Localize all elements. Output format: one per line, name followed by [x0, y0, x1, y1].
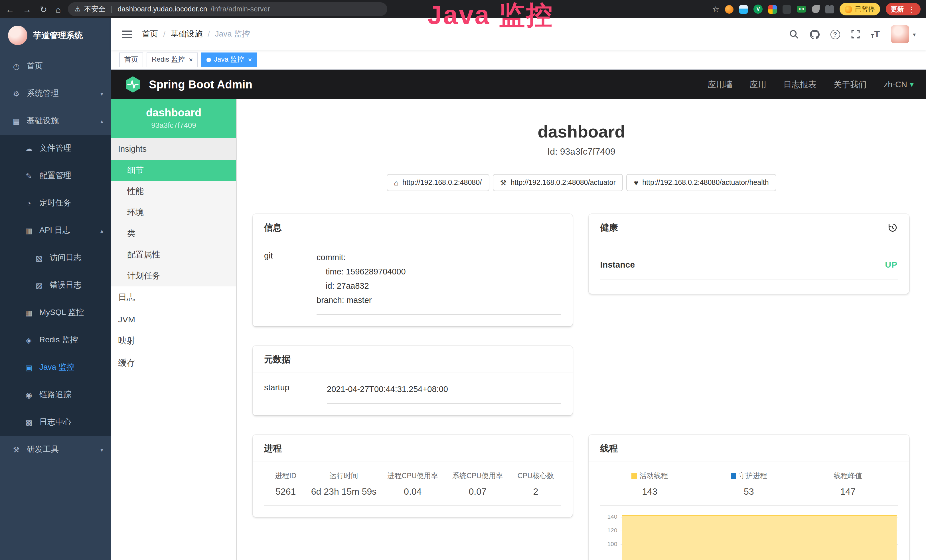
url-host: dashboard.yudao.iocoder.cn	[118, 5, 207, 13]
sidebar-item-api-logs[interactable]: ▥ API 日志 ▴	[0, 217, 111, 244]
sidebar-item-infrastructure[interactable]: ▤ 基础设施 ▴	[0, 107, 111, 135]
active-threads-value: 143	[600, 487, 699, 497]
sidebar-item-jvm[interactable]: JVM	[111, 309, 236, 330]
sba-brand[interactable]: Spring Boot Admin	[149, 78, 253, 91]
history-icon[interactable]	[887, 222, 897, 233]
sba-nav-journal[interactable]: 日志报表	[784, 79, 817, 90]
sidebar-item-label: 首页	[27, 61, 43, 71]
cpu-cores-value: 2	[510, 487, 561, 497]
process-card-title: 进程	[253, 435, 573, 462]
service-url-button[interactable]: ⌂ http://192.168.0.2:48080/	[386, 174, 489, 191]
process-cpu-value: 0.04	[380, 487, 445, 497]
sidebar-item-file-management[interactable]: ☁ 文件管理	[0, 135, 111, 162]
active-threads-legend-icon	[631, 473, 637, 479]
tag-label: Redis 监控	[152, 55, 185, 65]
update-button[interactable]: 更新 ⋮	[885, 3, 920, 15]
fullscreen-icon[interactable]	[850, 29, 860, 39]
sidebar-item-performance[interactable]: 性能	[111, 181, 236, 202]
sidebar-item-mappings[interactable]: 映射	[111, 330, 236, 352]
app-logo-row: 芋道管理系统	[0, 18, 111, 53]
api-log-icon: ▥	[24, 226, 34, 235]
search-icon[interactable]	[788, 29, 799, 39]
top-navbar: 首页 / 基础设施 / Java 监控 ?	[111, 18, 926, 50]
back-icon[interactable]: ←	[6, 5, 14, 14]
process-table-values: 5261 6d 23h 15m 59s 0.04 0.07 2	[264, 481, 561, 506]
extensions-puzzle-icon[interactable]	[825, 5, 834, 14]
sidebar-item-scheduled-jobs[interactable]: ◔ 定时任务	[0, 189, 111, 217]
config-icon: ✎	[24, 171, 34, 180]
sba-logo-icon[interactable]	[124, 75, 142, 94]
tag-redis-monitor[interactable]: Redis 监控 ×	[147, 52, 198, 67]
extension-orange-icon[interactable]	[725, 5, 734, 14]
address-bar[interactable]: ⚠ 不安全 | dashboard.yudao.iocoder.cn/infra…	[68, 2, 387, 16]
sidebar-item-label: API 日志	[39, 226, 70, 236]
breadcrumb-infrastructure[interactable]: 基础设施	[171, 29, 203, 39]
sidebar-item-dev-tools[interactable]: ⚒ 研发工具 ▾	[0, 436, 111, 463]
close-icon[interactable]: ×	[189, 56, 193, 64]
sidebar-item-label: Java 监控	[39, 362, 74, 372]
close-icon[interactable]: ×	[248, 56, 252, 64]
sidebar-item-redis-monitor[interactable]: ◈ Redis 监控	[0, 326, 111, 354]
active-threads-area	[622, 515, 897, 560]
health-card: 健康 Instance UP	[589, 214, 909, 294]
sba-nav-wallboard[interactable]: 应用墙	[708, 79, 732, 90]
sidebar-item-trace[interactable]: ◉ 链路追踪	[0, 381, 111, 409]
github-icon[interactable]	[809, 29, 820, 40]
sba-nav-applications[interactable]: 应用	[750, 79, 766, 90]
extension-drop-icon[interactable]	[739, 5, 748, 14]
switch-on-extension-icon[interactable]: on	[797, 6, 806, 12]
tag-home[interactable]: 首页	[119, 52, 143, 67]
sidebar-item-error-logs[interactable]: ▨ 错误日志	[0, 272, 111, 299]
health-url-button[interactable]: ♥ http://192.168.0.2:48080/actuator/heal…	[626, 174, 776, 191]
help-icon[interactable]: ?	[830, 29, 840, 39]
sba-workspace: dashboard 93a3fc7f7409 Insights 细节 性能 环境…	[111, 99, 926, 560]
extension-grid-icon[interactable]	[768, 5, 777, 14]
actuator-url-button[interactable]: ⚒ http://192.168.0.2:48080/actuator	[493, 174, 623, 191]
instance-content: dashboard Id: 93a3fc7f7409 ⌂ http://192.…	[237, 99, 926, 560]
sidebar-item-label: MySQL 监控	[39, 307, 84, 318]
language-selector[interactable]: zh-CN ▾	[884, 80, 914, 89]
forward-icon[interactable]: →	[23, 5, 31, 14]
hamburger-icon[interactable]	[121, 29, 133, 40]
tag-java-monitor[interactable]: Java 监控 ×	[201, 52, 257, 67]
sidebar-item-classes[interactable]: 类	[111, 223, 236, 244]
sidebar-item-mysql-monitor[interactable]: ▦ MySQL 监控	[0, 299, 111, 326]
sidebar-item-scheduled-tasks[interactable]: 计划任务	[111, 265, 236, 286]
threads-table-headers: 活动线程 守护进程 线程峰值	[600, 471, 898, 481]
tag-label: Java 监控	[214, 55, 244, 65]
sidebar-item-environment[interactable]: 环境	[111, 202, 236, 223]
reload-icon[interactable]: ↻	[40, 5, 47, 14]
admin-menu: ◷ 首页 ⚙ 系统管理 ▾ ▤ 基础设施 ▴ ☁ 文件管理	[0, 53, 111, 560]
leaf-extension-icon[interactable]	[812, 5, 820, 13]
vue-devtools-icon[interactable]: V	[754, 5, 763, 14]
home-icon[interactable]: ⌂	[56, 5, 61, 14]
heart-icon: ♥	[634, 178, 638, 187]
extension-dark-icon[interactable]	[782, 5, 791, 14]
daemon-threads-value: 53	[699, 487, 799, 497]
breadcrumb-home[interactable]: 首页	[142, 29, 158, 39]
sidebar-item-config-management[interactable]: ✎ 配置管理	[0, 162, 111, 189]
sidebar-item-java-monitor[interactable]: ▣ Java 监控	[0, 354, 111, 381]
user-avatar-menu[interactable]: ▾	[891, 25, 916, 43]
sidebar-item-home[interactable]: ◷ 首页	[0, 53, 111, 80]
font-size-icon[interactable]: TT	[871, 29, 880, 39]
sidebar-item-caches[interactable]: 缓存	[111, 352, 236, 374]
sidebar-item-access-logs[interactable]: ▧ 访问日志	[0, 244, 111, 272]
instance-header: dashboard 93a3fc7f7409	[111, 99, 236, 138]
sidebar-item-label: Redis 监控	[39, 335, 78, 345]
sba-nav-about[interactable]: 关于我们	[834, 79, 867, 90]
sidebar-item-system-management[interactable]: ⚙ 系统管理 ▾	[0, 80, 111, 107]
sidebar-item-config-props[interactable]: 配置属性	[111, 244, 236, 265]
url-path: /infra/admin-server	[210, 5, 270, 13]
java-icon: ▣	[24, 363, 34, 372]
wrench-icon: ⚒	[500, 178, 507, 187]
browser-menu-kebab-icon[interactable]: ⋮	[908, 5, 915, 14]
sidebar-item-logs[interactable]: 日志	[111, 286, 236, 309]
paused-badge[interactable]: 已暂停	[840, 3, 880, 15]
browser-nav-buttons: ← → ↻ ⌂	[6, 5, 61, 14]
health-card-title: 健康	[600, 222, 618, 233]
sidebar-item-details[interactable]: 细节	[111, 160, 236, 181]
sidebar-item-log-center[interactable]: ▩ 日志中心	[0, 409, 111, 436]
threads-chart-plot	[621, 511, 898, 560]
bookmark-star-icon[interactable]: ☆	[712, 5, 719, 14]
